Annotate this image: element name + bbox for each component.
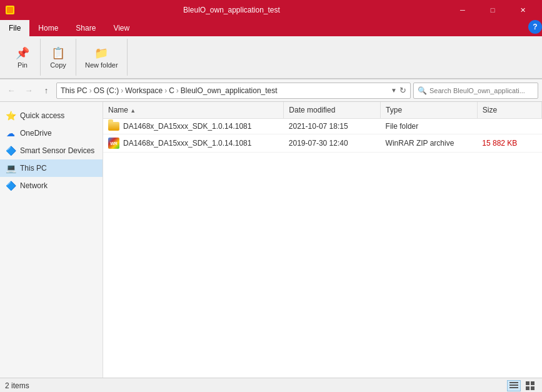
quick-access-icon: ⭐ — [5, 111, 16, 121]
svg-rect-8 — [531, 386, 534, 390]
new-folder-icon: 📁 — [94, 46, 108, 60]
breadcrumb-dropdown[interactable]: ▼ — [391, 87, 397, 94]
file-date: 2019-07-30 12:40 — [284, 134, 381, 153]
tab-share[interactable]: Share — [67, 20, 104, 36]
svg-rect-6 — [531, 381, 534, 385]
address-bar: ← → ↑ This PC › OS (C:) › Workspace › C … — [0, 79, 542, 102]
ribbon-group-new: 📁 New folder — [76, 39, 128, 76]
table-row[interactable]: WR DA1468x_DA15xxx_SDK_1.0.14.1081 2019-… — [103, 134, 542, 153]
sidebar-item-network[interactable]: 🔷 Network — [0, 177, 103, 194]
col-date[interactable]: Date modified — [284, 102, 381, 119]
breadcrumb-this-pc[interactable]: This PC — [61, 86, 88, 95]
breadcrumb-sep-3: › — [164, 86, 167, 95]
sidebar-item-smart-sensor[interactable]: 🔷 Smart Sensor Devices — [0, 142, 103, 159]
svg-rect-1 — [7, 7, 13, 13]
ribbon-group-organize: 📋 Copy — [41, 39, 76, 76]
up-button[interactable]: ↑ — [39, 83, 54, 98]
item-count: 2 items — [5, 381, 29, 390]
tab-home[interactable]: Home — [29, 20, 67, 36]
pin-button[interactable]: 📌 Pin — [10, 44, 35, 71]
column-headers: Name ▲ Date modified Type Size — [103, 102, 542, 119]
file-type: File folder — [381, 119, 478, 134]
onedrive-icon: ☁ — [5, 128, 16, 138]
details-view-button[interactable] — [507, 380, 521, 391]
breadcrumb-workspace[interactable]: Workspace — [125, 86, 163, 95]
new-folder-button[interactable]: 📁 New folder — [81, 44, 122, 71]
svg-rect-5 — [526, 381, 529, 385]
app-icon — [5, 5, 15, 15]
file-area: Name ▲ Date modified Type Size DA1468x_D… — [103, 102, 542, 378]
title-bar-icons — [5, 5, 15, 15]
search-bar[interactable]: 🔍 — [413, 83, 538, 99]
winrar-icon: WR — [108, 138, 119, 149]
large-icons-view-button[interactable] — [523, 380, 537, 391]
file-size — [477, 119, 541, 134]
sidebar-label-onedrive: OneDrive — [20, 129, 52, 138]
refresh-button[interactable]: ↻ — [399, 86, 406, 95]
close-button[interactable]: ✕ — [508, 0, 537, 20]
file-name-cell: DA1468x_DA15xxx_SDK_1.0.14.1081 — [103, 119, 284, 134]
svg-rect-2 — [509, 382, 518, 383]
network-icon: 🔷 — [5, 181, 16, 191]
ribbon-group-clipboard: 📌 Pin — [5, 39, 41, 76]
window-title: BleulO_own_application_test — [15, 6, 448, 14]
table-row[interactable]: DA1468x_DA15xxx_SDK_1.0.14.1081 2021-10-… — [103, 119, 542, 134]
window-controls: ─ □ ✕ — [448, 0, 537, 20]
breadcrumb-c[interactable]: C — [169, 86, 174, 95]
sidebar-label-network: Network — [20, 181, 48, 190]
col-size[interactable]: Size — [477, 102, 541, 119]
sidebar: ⭐ Quick access ☁ OneDrive 🔷 Smart Sensor… — [0, 102, 103, 378]
file-date: 2021-10-07 18:15 — [284, 119, 381, 134]
sidebar-label-quick-access: Quick access — [20, 111, 64, 120]
sidebar-label-this-pc: This PC — [20, 164, 47, 173]
this-pc-icon: 💻 — [5, 163, 16, 173]
breadcrumb-sep-1: › — [89, 86, 92, 95]
sidebar-item-this-pc[interactable]: 💻 This PC — [0, 159, 103, 177]
back-button[interactable]: ← — [4, 83, 19, 98]
view-controls — [507, 380, 537, 391]
folder-icon — [108, 122, 119, 131]
forward-button[interactable]: → — [21, 83, 36, 98]
sort-arrow-name: ▲ — [130, 108, 136, 114]
file-type: WinRAR ZIP archive — [381, 134, 478, 153]
col-name[interactable]: Name ▲ — [103, 102, 284, 119]
search-input[interactable] — [429, 87, 534, 94]
main-layout: ⭐ Quick access ☁ OneDrive 🔷 Smart Sensor… — [0, 102, 542, 378]
sidebar-item-onedrive[interactable]: ☁ OneDrive — [0, 124, 103, 142]
pin-icon: 📌 — [16, 46, 29, 60]
maximize-button[interactable]: □ — [478, 0, 507, 20]
status-bar: 2 items — [0, 378, 542, 392]
title-bar: BleulO_own_application_test ─ □ ✕ — [0, 0, 542, 20]
breadcrumb[interactable]: This PC › OS (C:) › Workspace › C › Bleu… — [56, 83, 411, 99]
sidebar-item-quick-access[interactable]: ⭐ Quick access — [0, 107, 103, 124]
breadcrumb-os[interactable]: OS (C:) — [94, 86, 119, 95]
ribbon-content: 📌 Pin 📋 Copy 📁 New folder — [0, 36, 542, 79]
breadcrumb-sep-4: › — [176, 86, 179, 95]
sidebar-label-smart-sensor: Smart Sensor Devices — [20, 146, 94, 155]
tab-file[interactable]: File — [0, 20, 29, 36]
breadcrumb-folder[interactable]: BleulO_own_application_test — [181, 86, 278, 95]
file-table: Name ▲ Date modified Type Size DA1468x_D… — [103, 102, 542, 153]
search-icon: 🔍 — [418, 86, 427, 95]
help-button[interactable]: ? — [528, 20, 542, 34]
tab-view[interactable]: View — [104, 20, 138, 36]
file-size: 15 882 KB — [477, 134, 541, 153]
file-name-cell: WR DA1468x_DA15xxx_SDK_1.0.14.1081 — [103, 134, 284, 153]
svg-rect-7 — [526, 386, 529, 390]
copy-button[interactable]: 📋 Copy — [46, 44, 71, 71]
ribbon: File Home Share View ? 📌 Pin 📋 Copy 📁 Ne… — [0, 20, 542, 79]
smart-sensor-icon: 🔷 — [5, 146, 16, 156]
breadcrumb-sep-2: › — [121, 86, 123, 95]
svg-rect-3 — [509, 384, 518, 386]
minimize-button[interactable]: ─ — [448, 0, 477, 20]
svg-rect-4 — [509, 387, 518, 388]
col-type[interactable]: Type — [381, 102, 478, 119]
copy-icon: 📋 — [51, 46, 65, 60]
ribbon-tab-bar: File Home Share View ? — [0, 20, 542, 36]
